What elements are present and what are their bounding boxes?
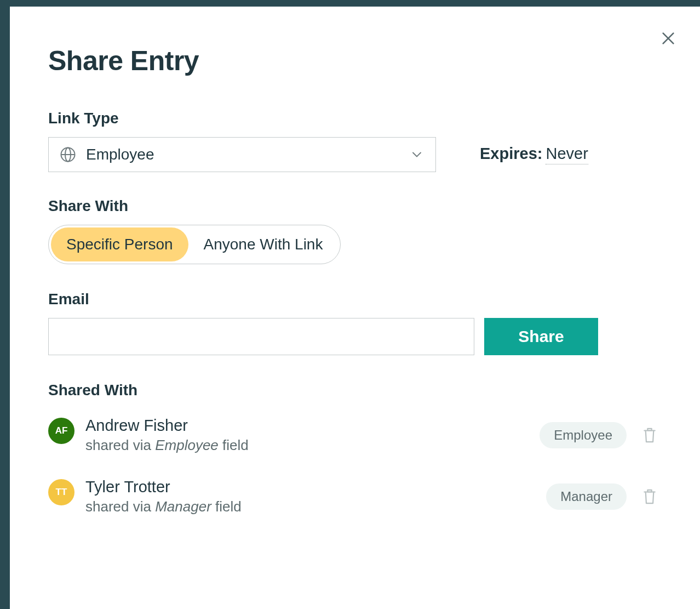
shared-with-row: AF Andrew Fisher shared via Employee fie… <box>48 409 662 470</box>
person-subtext: shared via Employee field <box>85 437 529 454</box>
role-badge: Employee <box>540 422 627 448</box>
sub-prefix: shared via <box>85 498 155 515</box>
shared-with-label: Shared With <box>48 382 662 399</box>
sub-suffix: field <box>211 498 242 515</box>
chevron-down-icon <box>409 147 424 162</box>
link-type-select[interactable]: Employee <box>48 137 436 172</box>
share-with-label: Share With <box>48 197 662 215</box>
email-label: Email <box>48 291 662 308</box>
share-with-segmented: Specific Person Anyone With Link <box>48 225 341 264</box>
share-entry-modal: Share Entry Link Type Employee Expires: … <box>10 7 700 609</box>
trash-icon <box>641 426 658 445</box>
expires-label: Expires: <box>480 145 542 163</box>
share-with-anyone-link[interactable]: Anyone With Link <box>188 227 338 261</box>
avatar: AF <box>48 418 74 444</box>
link-type-value: Employee <box>86 146 399 163</box>
person-name: Tyler Trotter <box>85 478 535 496</box>
share-with-specific-person[interactable]: Specific Person <box>51 227 188 261</box>
expires-section: Expires: Never <box>480 145 588 164</box>
trash-icon <box>641 487 658 506</box>
link-type-label: Link Type <box>48 110 662 127</box>
shared-with-row: TT Tyler Trotter shared via Manager fiel… <box>48 470 662 532</box>
delete-share-button[interactable] <box>638 426 662 445</box>
sub-suffix: field <box>219 437 249 453</box>
close-button[interactable] <box>657 27 679 49</box>
expires-value[interactable]: Never <box>546 145 588 164</box>
close-icon <box>659 30 677 47</box>
share-button[interactable]: Share <box>484 318 598 355</box>
email-input[interactable] <box>48 318 474 355</box>
sub-prefix: shared via <box>85 437 155 453</box>
modal-title: Share Entry <box>48 45 662 77</box>
person-name: Andrew Fisher <box>85 417 529 435</box>
person-subtext: shared via Manager field <box>85 498 535 515</box>
sub-role: Employee <box>155 437 219 453</box>
globe-icon <box>60 146 76 163</box>
delete-share-button[interactable] <box>638 487 662 506</box>
role-badge: Manager <box>546 483 627 510</box>
sub-role: Manager <box>155 498 211 515</box>
shared-with-list: AF Andrew Fisher shared via Employee fie… <box>48 409 662 532</box>
avatar: TT <box>48 479 74 505</box>
